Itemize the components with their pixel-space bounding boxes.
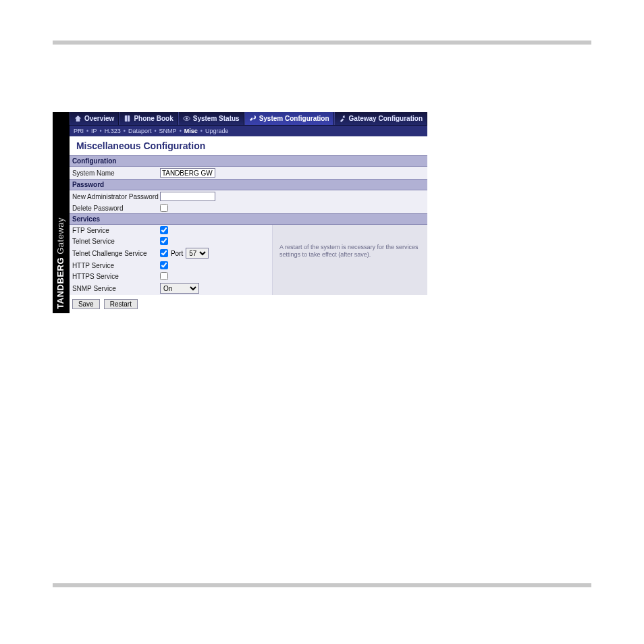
sidebar: TANDBERG Gateway — [53, 112, 70, 313]
subnav-dataport[interactable]: Dataport — [128, 128, 152, 134]
tab-overview[interactable]: Overview — [70, 112, 119, 125]
tab-label: System Configuration — [259, 115, 329, 122]
row-http-service: HTTP Service — [70, 260, 272, 271]
subnav-pri[interactable]: PRI — [74, 128, 84, 134]
main-pane: Overview Phone Book System Status — [70, 112, 427, 313]
label-new-admin-password: New Administrator Password — [72, 193, 160, 200]
row-telnet-service: Telnet Service — [70, 236, 272, 246]
section-services: FTP Service Telnet Service Telnet Challe… — [70, 225, 427, 295]
brand-name: TANDBERG — [55, 257, 65, 309]
section-password: New Administrator Password Delete Passwo… — [70, 190, 427, 213]
home-icon — [74, 115, 82, 122]
label-telnet-service: Telnet Service — [72, 238, 160, 245]
telnet-challenge-checkbox[interactable] — [160, 249, 168, 257]
https-service-checkbox[interactable] — [160, 272, 168, 280]
tab-phone-book[interactable]: Phone Book — [119, 112, 178, 125]
row-snmp-service: SNMP Service On — [70, 281, 272, 295]
label-snmp-service: SNMP Service — [72, 285, 160, 292]
http-service-checkbox[interactable] — [160, 261, 168, 269]
new-admin-password-input[interactable] — [160, 192, 215, 201]
subnav-ip[interactable]: IP — [91, 128, 97, 134]
row-ftp-service: FTP Service — [70, 225, 272, 236]
telnet-service-checkbox[interactable] — [160, 237, 168, 245]
services-note: A restart of the system is necessary for… — [272, 225, 427, 295]
label-ftp-service: FTP Service — [72, 227, 160, 234]
label-https-service: HTTPS Service — [72, 273, 160, 280]
delete-password-checkbox[interactable] — [160, 204, 168, 212]
subnav-h323[interactable]: H.323 — [105, 128, 121, 134]
section-head-configuration: Configuration — [70, 155, 427, 167]
eye-icon — [183, 115, 190, 122]
tab-label: Gateway Configuration — [349, 115, 423, 122]
tab-label: System Status — [193, 115, 240, 122]
page-rule-top — [53, 41, 591, 45]
label-delete-password: Delete Password — [72, 205, 160, 212]
button-row: Save Restart — [70, 295, 427, 313]
tab-bar: Overview Phone Book System Status — [70, 112, 427, 126]
svg-point-3 — [186, 117, 188, 119]
snmp-service-select[interactable]: On — [160, 283, 199, 294]
row-system-name: System Name — [70, 167, 427, 179]
tab-system-status[interactable]: System Status — [178, 112, 244, 125]
label-port: Port — [171, 250, 183, 257]
tool-icon — [339, 115, 346, 122]
section-head-password: Password — [70, 179, 427, 190]
label-system-name: System Name — [72, 169, 160, 177]
subnav-misc[interactable]: Misc — [184, 128, 198, 134]
tab-system-configuration[interactable]: System Configuration — [244, 112, 334, 125]
restart-button[interactable]: Restart — [104, 299, 138, 309]
app-frame: TANDBERG Gateway Overview Phone Book — [53, 112, 427, 313]
tab-gateway-configuration[interactable]: Gateway Configuration — [334, 112, 427, 125]
brand-product: Gateway — [55, 217, 65, 254]
label-telnet-challenge: Telnet Challenge Service — [72, 250, 160, 257]
row-telnet-challenge: Telnet Challenge Service Port 57 — [70, 246, 272, 260]
page-rule-bottom — [53, 583, 591, 587]
row-new-admin-password: New Administrator Password — [70, 190, 427, 203]
subnav-snmp[interactable]: SNMP — [159, 128, 177, 134]
svg-rect-1 — [127, 115, 128, 122]
port-select[interactable]: 57 — [186, 248, 209, 259]
page-title: Miscellaneous Configuration — [70, 136, 427, 155]
label-http-service: HTTP Service — [72, 262, 160, 269]
sub-nav: PRI• IP• H.323• Dataport• SNMP• Misc• Up… — [70, 126, 427, 136]
subnav-upgrade[interactable]: Upgrade — [205, 128, 229, 134]
section-configuration: System Name — [70, 167, 427, 179]
row-https-service: HTTPS Service — [70, 271, 272, 281]
ftp-service-checkbox[interactable] — [160, 226, 168, 234]
content-area: Miscellaneous Configuration Configuratio… — [70, 136, 427, 313]
row-delete-password: Delete Password — [70, 203, 427, 213]
save-button[interactable]: Save — [72, 299, 100, 309]
system-name-input[interactable] — [160, 168, 215, 178]
book-icon — [124, 115, 131, 122]
wrench-icon — [249, 115, 257, 122]
tab-label: Phone Book — [134, 115, 173, 122]
brand-vertical: TANDBERG Gateway — [55, 217, 65, 309]
section-head-services: Services — [70, 213, 427, 225]
tab-label: Overview — [84, 115, 114, 122]
